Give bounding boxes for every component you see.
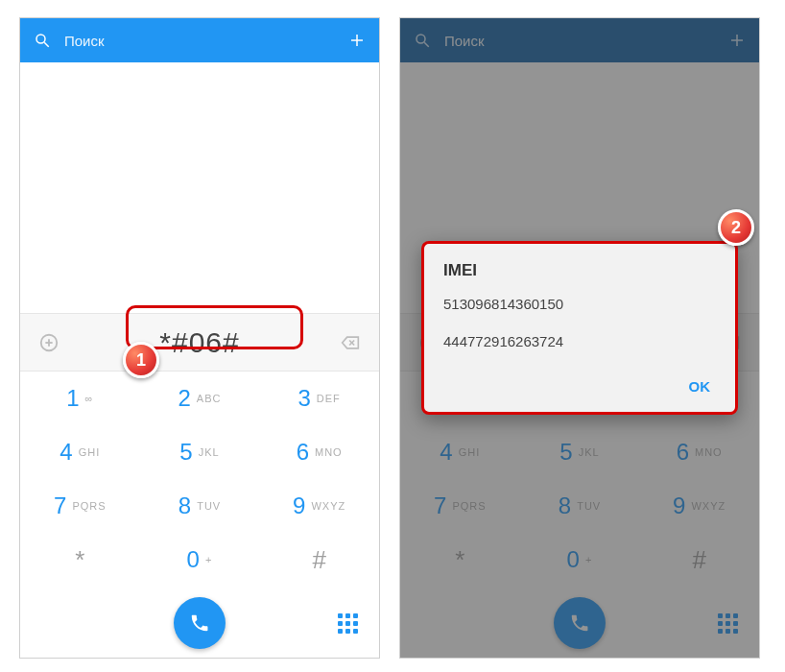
key-1[interactable]: 1∞ [20, 372, 140, 425]
dialog-title: IMEI [443, 261, 716, 280]
dial-keypad: 1∞ 2ABC 3DEF 4GHI 5JKL 6MNO 7PQRS 8TUV 9… [20, 372, 379, 587]
results-area [20, 62, 379, 314]
callout-badge-2: 2 [718, 209, 754, 246]
number-entry-row: *#06# [20, 314, 379, 372]
key-star[interactable]: * [20, 533, 140, 587]
key-4[interactable]: 4GHI [20, 425, 140, 479]
imei-value-2: 444772916263724 [443, 333, 716, 349]
svg-point-0 [36, 35, 45, 43]
phone-screenshot-right: Поиск *#06# 1∞ [399, 17, 760, 659]
key-8[interactable]: 8TUV [140, 479, 260, 533]
key-9[interactable]: 9WXYZ [259, 479, 379, 533]
search-icon [34, 32, 51, 49]
key-0[interactable]: 0+ [140, 533, 260, 587]
phone-screenshot-left: Поиск *#06# 1∞ [19, 17, 380, 659]
search-placeholder: Поиск [64, 33, 348, 49]
key-6[interactable]: 6MNO [259, 425, 379, 479]
add-contact-button[interactable] [20, 332, 78, 353]
key-5[interactable]: 5JKL [140, 425, 260, 479]
call-button[interactable] [174, 597, 226, 649]
callout-badge-1: 1 [123, 342, 159, 378]
backspace-button[interactable] [321, 333, 379, 352]
dialed-number: *#06# [78, 326, 321, 359]
key-hash[interactable]: # [259, 533, 379, 587]
svg-line-1 [44, 42, 49, 47]
key-7[interactable]: 7PQRS [20, 479, 140, 533]
add-icon[interactable] [348, 32, 366, 49]
key-2[interactable]: 2ABC [140, 372, 260, 425]
dialpad-toggle-icon[interactable] [338, 613, 358, 634]
imei-dialog: IMEI 513096814360150 444772916263724 OK [421, 241, 738, 415]
search-bar[interactable]: Поиск [20, 18, 379, 62]
imei-value-1: 513096814360150 [443, 296, 716, 312]
dialog-ok-button[interactable]: OK [683, 371, 717, 402]
key-3[interactable]: 3DEF [259, 372, 379, 425]
bottom-bar [20, 587, 379, 659]
